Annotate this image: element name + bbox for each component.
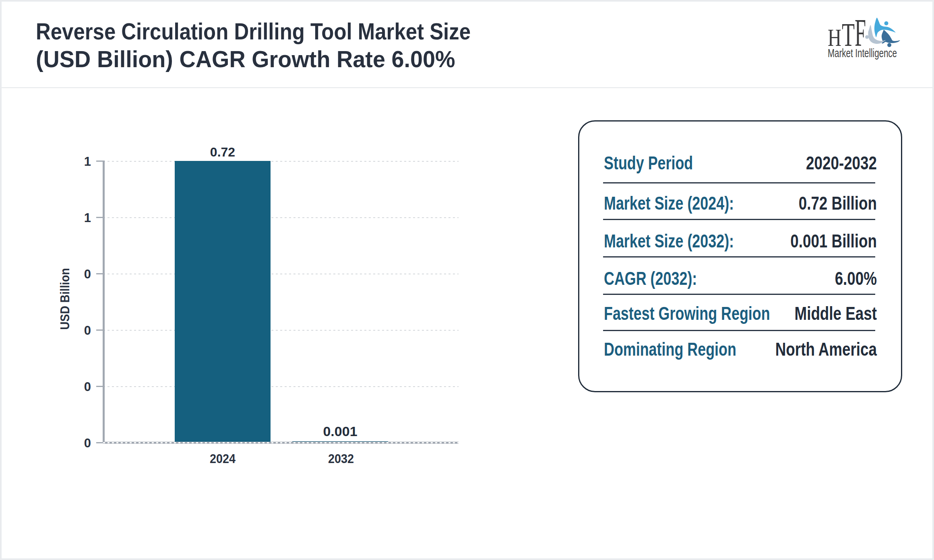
svg-text:Market Intelligence: Market Intelligence — [828, 46, 897, 60]
